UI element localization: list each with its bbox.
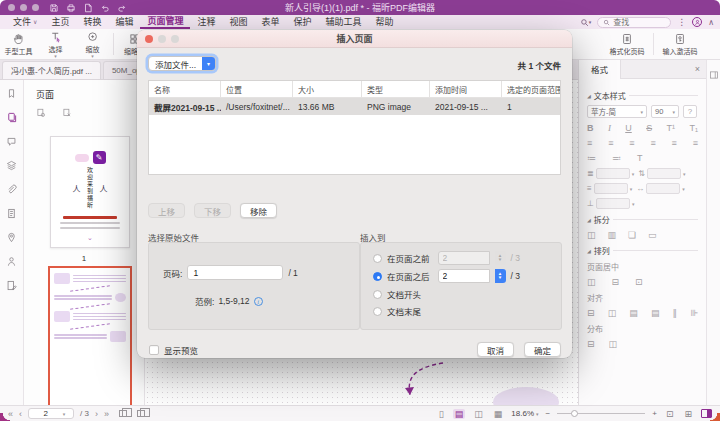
align-middle-icon[interactable]: ◫ — [608, 308, 617, 318]
format-panel-tab[interactable]: 格式 — [579, 60, 621, 79]
superscript-icon[interactable]: T¹ — [667, 123, 676, 133]
print-icon[interactable] — [66, 3, 76, 13]
ok-button[interactable]: 确定 — [524, 342, 561, 357]
activation-code-button[interactable]: 输入激活码 — [656, 29, 704, 59]
font-family-select[interactable]: 苹方-简▾ — [587, 105, 647, 118]
align-left-icon[interactable]: ≡ — [587, 138, 592, 148]
cancel-button[interactable]: 取消 — [477, 342, 514, 357]
merge-icon[interactable]: ▭ — [648, 230, 657, 240]
fullscreen-icon[interactable]: ⊞ — [682, 409, 694, 419]
search-box[interactable] — [597, 17, 671, 28]
more-options-icon[interactable]: ⋮ — [677, 17, 686, 27]
font-size-select[interactable]: 90▾ — [651, 105, 679, 118]
comments-icon[interactable] — [6, 136, 17, 147]
continuous-view-icon[interactable]: ▤ — [453, 409, 466, 419]
font-help-button[interactable]: ? — [683, 105, 697, 118]
menu-convert[interactable]: 转换 — [76, 15, 108, 29]
next-page-icon[interactable]: › — [95, 409, 98, 419]
distribute-horizontal-icon[interactable]: ◫ — [609, 339, 618, 349]
attachments-icon[interactable] — [6, 184, 17, 195]
previous-page-icon[interactable]: ‹ — [19, 409, 22, 419]
page-settings-icon[interactable] — [62, 108, 72, 118]
minimize-window-button[interactable] — [20, 4, 27, 11]
fit-page-icon[interactable]: ⊡ — [664, 409, 676, 419]
zoom-window-button[interactable] — [32, 4, 39, 11]
zoom-level-dropdown[interactable]: 18.6%▾ — [511, 409, 538, 418]
menu-form[interactable]: 表单 — [255, 15, 287, 29]
menu-home[interactable]: 主页 — [44, 15, 76, 29]
add-file-dropdown-caret[interactable]: ▾ — [202, 57, 215, 70]
close-window-button[interactable] — [8, 4, 15, 11]
layers-icon[interactable] — [6, 160, 17, 171]
single-page-view-icon[interactable]: ▯ — [437, 409, 446, 419]
remove-button[interactable]: 移除 — [240, 203, 277, 218]
subscript-icon[interactable]: T₁ — [689, 123, 698, 133]
italic-icon[interactable]: I — [608, 123, 611, 133]
col-size[interactable]: 大小 — [293, 81, 362, 97]
panel-toggle-icon[interactable] — [709, 70, 719, 405]
radio-before-page[interactable] — [373, 254, 382, 263]
file-table-row-selected[interactable]: 截屏2021-09-15 ... /Users/foxitnet/... 13.… — [149, 98, 560, 115]
split-custom-icon[interactable]: ❏ — [628, 230, 636, 240]
select-tool-caret[interactable]: ▾ — [54, 55, 57, 58]
numbered-list-icon[interactable]: ≕ — [612, 153, 621, 163]
info-icon[interactable]: i — [254, 297, 263, 306]
zoom-out-icon[interactable]: − — [546, 409, 551, 418]
window-traffic-lights[interactable] — [8, 4, 39, 11]
center-horizontal-icon[interactable]: ◫ — [587, 277, 596, 287]
after-page-stepper[interactable]: ▲▼ — [495, 269, 506, 283]
facing-view-icon[interactable]: ◫ — [472, 409, 485, 419]
new-document-icon[interactable] — [83, 3, 93, 13]
menu-view[interactable]: 视图 — [223, 15, 255, 29]
text-style-section-header[interactable]: ◢文本样式 — [587, 90, 698, 101]
search-input[interactable] — [613, 18, 665, 27]
text-direction-icon[interactable]: T — [637, 153, 643, 163]
bullet-list-icon[interactable]: ≔ — [587, 153, 596, 163]
zoom-slider-knob[interactable] — [571, 410, 578, 417]
doc-tab-resume[interactable]: 冯小惠-个人简历.pdf ... — [2, 61, 101, 79]
search-settings-icon[interactable]: ▾ — [580, 18, 592, 27]
align-obj-right-icon[interactable]: ⊪ — [690, 308, 698, 318]
page-number-input-box[interactable]: ▾ — [28, 408, 74, 419]
align-obj-left-icon[interactable]: ▤ — [651, 308, 660, 318]
col-page-range[interactable]: 选定的页面范围 — [502, 81, 560, 97]
line-spacing-input[interactable]: ≣▾ — [587, 168, 634, 179]
radio-after-page[interactable] — [373, 272, 382, 281]
align-top-icon[interactable]: ⊟ — [587, 308, 595, 318]
fields-icon[interactable] — [6, 208, 17, 219]
zoom-slider[interactable] — [557, 413, 645, 414]
menu-accessibility[interactable]: 辅助工具 — [319, 15, 369, 29]
page-options-icon[interactable] — [36, 108, 46, 118]
char-spacing-input[interactable]: ≡▾ — [587, 183, 632, 194]
destinations-icon[interactable] — [6, 232, 17, 243]
align-justify-icon[interactable]: ≡ — [650, 138, 655, 148]
arrange-section-header[interactable]: ◢排列 — [587, 245, 698, 256]
baseline-offset-input[interactable]: ⊥▾ — [587, 198, 634, 209]
split-horizontal-icon[interactable]: ▥ — [608, 230, 617, 240]
signatures-icon[interactable] — [6, 256, 17, 267]
zoom-tool-caret[interactable]: ▾ — [91, 55, 94, 58]
strikethrough-icon[interactable]: S — [646, 123, 652, 133]
split-vertical-icon[interactable]: ◫ — [587, 230, 596, 240]
radio-document-begin[interactable] — [373, 290, 382, 299]
close-icon[interactable]: × — [695, 64, 700, 74]
radio-document-end[interactable] — [373, 307, 382, 316]
form-panel-icon[interactable] — [6, 280, 17, 291]
page-range-input[interactable] — [187, 265, 283, 280]
h-scale-input[interactable]: ↔▾ — [636, 183, 685, 194]
hand-tool-button[interactable]: 手型工具 — [0, 29, 37, 59]
page-number-input[interactable] — [37, 409, 55, 418]
save-icon[interactable] — [49, 3, 59, 13]
menu-help[interactable]: 帮助 — [369, 15, 401, 29]
page-1-thumbnail[interactable]: ✎ 人 欢迎来到福昕 人 ⌄ — [50, 136, 130, 248]
distribute-vertical-icon[interactable]: ⊟ — [587, 339, 595, 349]
split-section-header[interactable]: ◢拆分 — [587, 214, 698, 225]
col-name[interactable]: 名称 — [149, 81, 221, 97]
previous-view-icon[interactable] — [119, 410, 127, 417]
page-thumbnails-icon[interactable] — [6, 112, 17, 123]
move-up-button[interactable]: 上移 — [148, 203, 185, 218]
show-preview-checkbox[interactable] — [149, 345, 159, 355]
bookmarks-icon[interactable] — [6, 88, 17, 99]
indent-decrease-icon[interactable]: ≡ — [672, 138, 677, 148]
paragraph-spacing-input[interactable]: ⇅▾ — [638, 168, 685, 179]
